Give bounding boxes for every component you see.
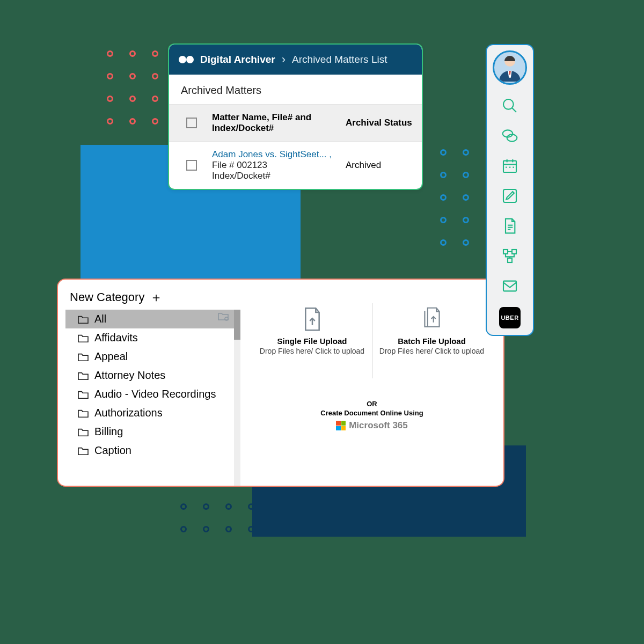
category-item[interactable]: Affidavits [65, 328, 240, 347]
category-label: Attorney Notes [94, 369, 165, 382]
batch-upload-button[interactable]: Batch File Upload Drop Files here/ Click… [376, 301, 488, 378]
chat-icon[interactable] [501, 127, 519, 145]
matter-docket: Index/Docket# [212, 171, 341, 181]
category-label: Caption [94, 444, 131, 457]
row-checkbox[interactable] [186, 160, 197, 171]
breadcrumb-current: Archived Matters List [292, 54, 387, 65]
new-category-button[interactable]: New Category ＋ [65, 287, 240, 310]
files-upload-icon [422, 306, 442, 331]
uber-app-icon[interactable]: UBER [499, 307, 521, 328]
category-item[interactable]: Appeal [65, 347, 240, 366]
single-upload-button[interactable]: Single File Upload Drop Files here/ Clic… [256, 301, 369, 378]
svg-rect-20 [503, 281, 516, 291]
category-label: Appeal [94, 350, 128, 363]
matter-file: File # 002123 [212, 160, 341, 171]
vertical-divider [372, 303, 372, 378]
category-sidebar: New Category ＋ AllAffidavitsAppealAttorn… [58, 280, 240, 486]
compose-icon[interactable] [501, 187, 519, 205]
folder-icon [77, 352, 89, 362]
category-item[interactable]: Audio - Video Recordings [65, 385, 240, 404]
svg-line-3 [512, 108, 516, 112]
category-item[interactable]: Caption [65, 441, 240, 460]
category-label: Audio - Video Recordings [94, 388, 216, 400]
category-item[interactable]: Attorney Notes [65, 366, 240, 385]
folder-icon [77, 314, 89, 324]
upload-area: Single File Upload Drop Files here/ Clic… [240, 280, 503, 486]
category-item[interactable]: Billing [65, 422, 240, 441]
plus-icon: ＋ [150, 291, 163, 304]
archived-matters-panel: Digital Archiver › Archived Matters List… [168, 43, 423, 190]
document-icon[interactable] [501, 217, 519, 235]
decor-dots-blue [440, 149, 469, 246]
documents-panel: New Category ＋ AllAffidavitsAppealAttorn… [57, 279, 504, 487]
folder-icon [77, 333, 89, 343]
search-icon[interactable] [501, 97, 519, 115]
side-dock: UBER [486, 44, 534, 336]
scroll-thumb[interactable] [234, 310, 240, 340]
decor-dots-navy [180, 503, 254, 532]
svg-point-2 [503, 99, 514, 109]
folder-icon [77, 371, 89, 380]
category-item[interactable]: All [65, 310, 240, 328]
workflow-icon[interactable] [501, 247, 519, 265]
category-item[interactable]: Authorizations [65, 404, 240, 422]
category-label: Billing [94, 426, 123, 438]
folder-icon [77, 390, 89, 399]
category-label: Affidavits [94, 332, 138, 344]
archiver-header: Digital Archiver › Archived Matters List [169, 45, 422, 75]
microsoft-365-label: Microsoft 365 [349, 420, 408, 431]
app-name: Digital Archiver [200, 54, 275, 65]
single-upload-sub: Drop Files here/ Click to upload [259, 347, 365, 355]
calendar-icon[interactable] [501, 157, 519, 175]
matter-link[interactable]: Adam Jones vs. SightSeet... , [212, 149, 341, 160]
row-status: Archived [346, 160, 415, 171]
folder-icon [77, 427, 89, 437]
col-matter: Matter Name, File# and Index/Docket# [212, 112, 341, 134]
category-label: All [94, 313, 106, 325]
category-label: Authorizations [94, 407, 163, 419]
section-title: Archived Matters [169, 75, 422, 105]
microsoft-logo-icon [336, 421, 346, 430]
category-list: AllAffidavitsAppealAttorney NotesAudio -… [65, 310, 240, 460]
table-row: Adam Jones vs. SightSeet... , File # 002… [169, 141, 422, 189]
or-label: OR [320, 400, 423, 408]
uber-label: UBER [501, 314, 518, 321]
folder-settings-icon[interactable] [217, 310, 230, 321]
single-upload-title: Single File Upload [259, 336, 365, 346]
mail-icon[interactable] [501, 277, 519, 295]
file-upload-icon [302, 306, 323, 331]
batch-upload-title: Batch File Upload [379, 336, 485, 346]
folder-icon [77, 408, 89, 418]
user-avatar[interactable] [493, 50, 527, 85]
select-all-checkbox[interactable] [186, 118, 197, 128]
svg-rect-13 [503, 189, 516, 202]
batch-upload-sub: Drop Files here/ Click to upload [379, 347, 485, 355]
table-header: Matter Name, File# and Index/Docket# Arc… [169, 105, 422, 141]
microsoft-365-button[interactable]: Microsoft 365 [320, 420, 423, 431]
app-logo-icon [179, 52, 194, 67]
decor-dots-red [107, 50, 158, 125]
svg-rect-19 [508, 258, 512, 262]
scrollbar[interactable] [234, 310, 240, 486]
folder-icon [77, 446, 89, 456]
col-status: Archival Status [346, 118, 415, 128]
svg-rect-18 [512, 250, 516, 254]
new-category-label: New Category [70, 290, 144, 304]
chevron-right-icon: › [282, 53, 286, 67]
svg-rect-17 [503, 250, 508, 254]
create-online-label: Create Document Online Using [320, 409, 423, 417]
svg-rect-6 [503, 161, 516, 172]
